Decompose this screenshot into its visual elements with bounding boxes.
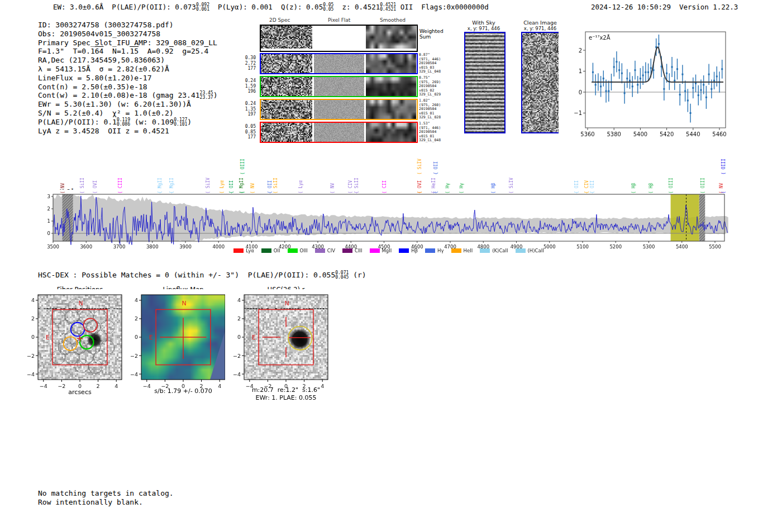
emission-line-label: ( Hβ: [649, 183, 654, 194]
weighted-sum-label-line1: Weighted: [419, 28, 444, 34]
header-summary-line: EW: 3.0±0.6Å P(LAE)/P(OII): 0.0730.0920.…: [53, 3, 489, 12]
emission-line-label: { OII: [229, 180, 234, 194]
row-pixel-flat-image: [314, 54, 364, 73]
emission-line-label: ( NV: [250, 183, 255, 194]
info-line: Primary Spec_Slot_IFU_AMP: 329_088_029_L…: [38, 39, 218, 47]
with-sky-image: [464, 32, 506, 133]
info-line: P(LAE)/P(OII): 0.10.1190.086 (w: 0.1090.…: [38, 118, 218, 127]
row-smoothed-image: [366, 54, 416, 73]
stacked-hi-lo-value: 0.1270.101: [174, 118, 187, 127]
row-left-stats: 0.302.72177: [239, 55, 256, 71]
legend-label: (H)CaII: [528, 248, 544, 253]
legend-label: OIII: [300, 248, 308, 253]
emission-line-label: { SiII: [354, 178, 359, 194]
legend-label: CIV: [327, 248, 335, 253]
legend-item: MgII: [370, 248, 392, 253]
info-line: λ = 5413.15Å σ = 2.82(±0.62)Å: [38, 65, 218, 74]
emission-line-label: ( Lyα: [220, 180, 225, 194]
emission-line-label: ( Hγ: [459, 183, 464, 194]
emission-line-label: ( Hβ: [491, 183, 496, 194]
emission-line-label: { OII: [590, 180, 595, 194]
info-line: LyA z = 3.4528 OII z = 0.4521: [38, 127, 218, 136]
emission-line-label: ( SiIV: [509, 178, 514, 194]
emission-line-label: ( SiIV: [206, 178, 211, 194]
fiber-positions-map: [19, 289, 131, 395]
legend-swatch: [425, 248, 435, 253]
emission-line-label: ( NV: [330, 183, 335, 194]
emission-line-label: { OII: [574, 180, 579, 194]
emission-line-label: ( CII: [382, 180, 387, 194]
detection-info-block: ID: 3003274758 (3003274758.pdf)Obs: 2019…: [38, 21, 218, 136]
emission-line-label: ( SiII: [80, 178, 85, 194]
weighted-sum-label: Weighted Sum: [419, 28, 444, 40]
legend-swatch: [399, 248, 409, 253]
row-pixel-flat-image: [314, 100, 364, 119]
emission-line-label: { OII: [433, 161, 438, 175]
emission-line-label: ( OIII: [721, 159, 726, 175]
stacked-hi-lo-value: 0.050.05: [323, 3, 333, 12]
emission-line-label: ( Hγ: [445, 183, 450, 194]
legend-item: CIII: [342, 248, 362, 253]
legend-label: OII: [274, 248, 280, 253]
emission-line-label: ( OIII: [700, 178, 705, 194]
legend-label: Hβ: [411, 248, 418, 253]
stacked-hi-lo-value: 0.1190.086: [117, 118, 130, 127]
hsc-caption-ewr-plae: EWr: 1. PLAE: 0.055: [225, 394, 347, 401]
info-line: ID: 3003274758 (3003274758.pdf): [38, 21, 218, 30]
legend-swatch: [315, 248, 325, 253]
row-smoothed-image: [366, 123, 416, 142]
legend-swatch: [516, 248, 526, 253]
overlined-value: 15: [130, 47, 139, 55]
legend-label: (K)CaII: [492, 248, 508, 253]
line-fit-inset-plot: [559, 25, 748, 140]
row-pixel-flat-image: [314, 77, 364, 96]
stacked-hi-lo-value: 0.0920.061: [196, 3, 209, 12]
emission-line-bracket: (: [240, 191, 245, 194]
row-left-stats: 0.241.35197: [239, 101, 256, 117]
legend-item: (K)CaII: [480, 248, 508, 253]
spectrum-legend: LyαOIIOIIICIVCIIIMgIIHβHγHeII(K)CaII(H)C…: [53, 248, 724, 253]
column-title-pixel-flat: Pixel Flat: [328, 17, 350, 23]
weighted-sum-row: [260, 25, 418, 52]
emission-line-bracket: (: [417, 191, 422, 194]
info-line: Obs: 20190504v015_3003274758: [38, 30, 218, 39]
legend-label: Hγ: [437, 248, 444, 253]
emission-line-label: ( SiII: [273, 178, 278, 194]
legend-swatch: [370, 248, 380, 253]
column-title-smoothed: Smoothed: [380, 17, 406, 23]
lineflux-map: [122, 289, 234, 395]
legend-swatch: [288, 248, 298, 253]
overlined-value: 2: [169, 47, 174, 55]
catalog-note-line: No matching targets in catalog.: [38, 489, 174, 498]
legend-swatch: [480, 248, 490, 253]
row-right-ids: 0.75"(975, 269)20190504v015_02329_LL_029: [419, 76, 441, 97]
row-right-ids: 1.53"(971, 446)20190504v015_01329_LL_048: [419, 122, 441, 143]
stacked-hi-lo-value: 0.0710.045: [335, 271, 349, 280]
row-2d-spec-image: [261, 54, 312, 73]
row-right-ids: 1.02"(975, 260)20190504v015_01329_LL_028: [419, 99, 441, 120]
info-line: Cont(w) = 2.10(±0.08)e-18 (gmag 23.4123.…: [38, 91, 218, 100]
fiber-cutout-row: [260, 99, 418, 120]
timestamp-version: 2024-12-26 10:50:29 Version 1.22.3: [591, 3, 738, 11]
row-left-stats: 0.241.59196: [239, 78, 256, 94]
info-line: S/N = 5.2(±0.4) χ² = 1.0(±0.2): [38, 109, 218, 118]
row-smoothed-image: [366, 77, 416, 96]
legend-item: Lyα: [233, 248, 254, 253]
with-sky-title: With Sky: [453, 20, 514, 26]
legend-item: CIV: [315, 248, 335, 253]
emission-line-label: { MgII: [169, 178, 174, 194]
info-line: F=1.3" T=0.164 N=1.15 A=0.92 g=25.4: [38, 47, 218, 56]
emission-line-label: { OII: [268, 180, 273, 194]
stacked-hi-lo-value: 23.4523.37: [200, 91, 213, 100]
emission-line-label: ( Hβ: [631, 183, 636, 194]
emission-line-label: ( OVI: [93, 180, 98, 194]
row-smoothed-image: [366, 100, 416, 119]
legend-swatch: [342, 248, 352, 253]
info-line: Cont(n) = 2.50(±0.35)e-18: [38, 83, 218, 92]
legend-swatch: [233, 248, 244, 253]
legend-item: Hγ: [425, 248, 444, 253]
row-pixel-flat-image: [314, 123, 364, 142]
weighted-sum-2d-spec-image: [261, 26, 312, 49]
hsc-caption-photometry: m:20.7 re:1.2" s:1.6": [225, 386, 347, 394]
info-line: RA,Dec (217.345459,50.836063): [38, 56, 218, 65]
